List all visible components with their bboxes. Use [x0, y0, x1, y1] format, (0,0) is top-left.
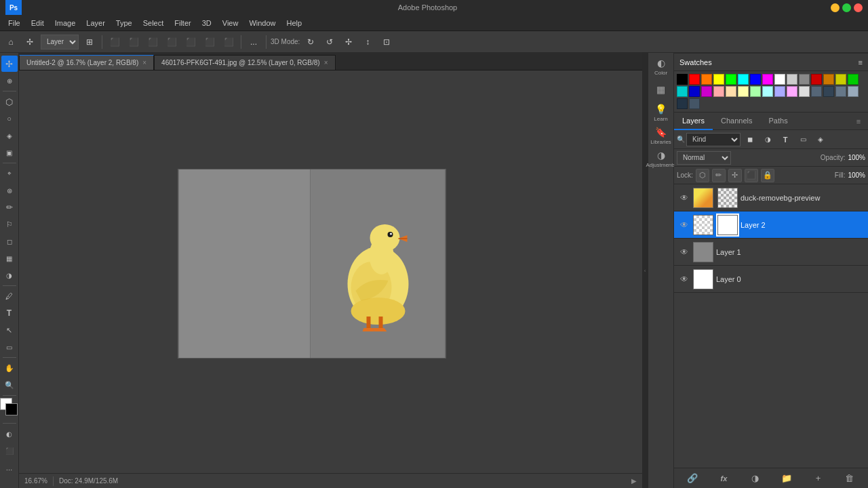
menu-type[interactable]: Type — [111, 18, 138, 28]
menu-layer[interactable]: Layer — [81, 18, 111, 28]
tab-paths[interactable]: Paths — [761, 113, 796, 130]
swatch-00ffff[interactable] — [738, 74, 749, 85]
quick-mask[interactable]: ◐ — [1, 426, 18, 442]
swatch-aaffff[interactable] — [762, 86, 773, 97]
swatch-ffaaff[interactable] — [787, 86, 797, 97]
new-group-btn[interactable]: 📁 — [779, 471, 794, 486]
layer-visibility-duck[interactable]: 👁 — [678, 192, 690, 204]
swatch-cccccc[interactable] — [787, 74, 797, 85]
swatch-0000ff[interactable] — [750, 74, 761, 85]
swatch-ffddaa[interactable] — [726, 86, 736, 97]
filter-adjustment[interactable]: ◑ — [760, 132, 776, 147]
new-adjustment-btn[interactable]: ◑ — [748, 471, 763, 486]
lock-transparency[interactable]: ⬡ — [696, 169, 709, 182]
artboard-tool[interactable]: ⊕ — [1, 73, 18, 89]
crop-tool[interactable]: ▣ — [1, 144, 18, 161]
layer-select[interactable]: Layer — [41, 35, 79, 49]
stamp-tool[interactable]: ⚐ — [1, 216, 18, 232]
window-controls[interactable]: − □ × — [831, 3, 863, 12]
tab-close-460176[interactable]: × — [324, 59, 328, 66]
home-button[interactable]: ⌂ — [3, 35, 19, 49]
swatch-aaffaa[interactable] — [750, 86, 761, 97]
swatch-cc0000[interactable] — [811, 74, 822, 85]
filter-pixel[interactable]: ◼ — [742, 132, 758, 147]
eraser-tool[interactable]: ◻ — [1, 233, 18, 249]
layer-visibility-2[interactable]: 👁 — [678, 219, 690, 231]
filter-smart[interactable]: ◈ — [812, 132, 829, 147]
brush-tool[interactable]: ✏ — [1, 199, 18, 216]
swatch-cccc00[interactable] — [835, 74, 846, 85]
swatch-ff7700[interactable] — [701, 74, 712, 85]
shape-tool[interactable]: ▭ — [1, 339, 18, 355]
status-arrow[interactable]: ▶ — [631, 477, 637, 485]
filter-type[interactable]: T — [777, 132, 793, 147]
layer-kind-filter[interactable]: Kind — [686, 133, 741, 146]
menu-edit[interactable]: Edit — [26, 18, 50, 28]
lock-all[interactable]: 🔒 — [761, 169, 774, 182]
swatch-dddddd[interactable] — [799, 86, 810, 97]
align-center-h[interactable]: ⬛ — [125, 35, 142, 49]
tab-channels[interactable]: Channels — [713, 113, 760, 130]
filter-shape[interactable]: ▭ — [795, 132, 811, 147]
text-tool[interactable]: T — [1, 305, 18, 321]
delete-layer-btn[interactable]: 🗑 — [842, 471, 857, 486]
pen-tool[interactable]: 🖊 — [1, 288, 18, 304]
swatch-ffffff[interactable] — [774, 74, 785, 85]
lasso-tool[interactable]: ○ — [1, 110, 18, 127]
fx-btn[interactable]: fx — [716, 471, 731, 486]
more-tools[interactable]: … — [1, 460, 18, 476]
menu-filter[interactable]: Filter — [169, 18, 196, 28]
gradient-tool[interactable]: ▦ — [1, 250, 18, 266]
opacity-value[interactable]: 100% — [848, 154, 865, 161]
swatch-334455[interactable] — [823, 86, 834, 97]
blend-mode-select[interactable]: Normal — [677, 151, 731, 165]
swatch-99aabb[interactable] — [848, 86, 859, 97]
align-left[interactable]: ⬛ — [106, 35, 123, 49]
screen-mode[interactable]: ⬛ — [1, 443, 18, 459]
right-collapse-handle[interactable]: ‹ — [642, 53, 648, 488]
menu-help[interactable]: Help — [281, 18, 308, 28]
adjustments-panel-btn[interactable]: ◑ Adjustments — [650, 148, 672, 169]
layer-row-0[interactable]: 👁 Layer 0 — [674, 266, 868, 293]
move-tool-options[interactable]: ✢ — [22, 35, 38, 49]
3d-pan[interactable]: ✢ — [340, 35, 357, 49]
3d-roll[interactable]: ↺ — [321, 35, 338, 49]
minimize-button[interactable]: − — [831, 3, 840, 12]
swatch-0000cc[interactable] — [689, 86, 700, 97]
tab-layers[interactable]: Layers — [674, 113, 713, 130]
libraries-panel-btn[interactable]: 🔖 Libraries — [650, 125, 672, 146]
swatches-panel-btn[interactable]: ▦ — [650, 79, 672, 100]
dodge-tool[interactable]: ◑ — [1, 267, 18, 283]
layer-visibility-1[interactable]: 👁 — [678, 246, 690, 258]
distribute-btn[interactable]: ⬛ — [220, 35, 237, 49]
layer-row-duck[interactable]: 👁 duck-removebg-preview — [674, 184, 868, 211]
hand-tool[interactable]: ✋ — [1, 360, 18, 376]
swatch-cc00cc[interactable] — [701, 86, 712, 97]
path-selection-tool[interactable]: ↖ — [1, 322, 18, 338]
menu-view[interactable]: View — [217, 18, 244, 28]
more-options[interactable]: ... — [245, 35, 262, 49]
swatch-ffaaaa[interactable] — [713, 86, 724, 97]
swatch-556677[interactable] — [811, 86, 822, 97]
3d-rotate[interactable]: ↻ — [302, 35, 319, 49]
close-button[interactable]: × — [854, 3, 863, 12]
align-bottom[interactable]: ⬛ — [201, 35, 218, 49]
menu-window[interactable]: Window — [243, 18, 281, 28]
swatch-ff0000[interactable] — [689, 74, 700, 85]
layer-row-2[interactable]: 👁 Layer 2 — [674, 211, 868, 239]
new-layer-btn[interactable]: + — [810, 471, 825, 486]
background-color[interactable] — [5, 403, 18, 415]
menu-3d[interactable]: 3D — [197, 18, 217, 28]
healing-tool[interactable]: ⊛ — [1, 182, 18, 199]
swatches-menu-btn[interactable]: ≡ — [859, 58, 863, 66]
3d-scale[interactable]: ⊡ — [378, 35, 395, 49]
lock-pixels[interactable]: ✏ — [712, 169, 726, 182]
swatch-ffff00[interactable] — [713, 74, 724, 85]
tab-untitled[interactable]: Untitled-2 @ 16.7% (Layer 2, RGB/8) × — [19, 55, 154, 70]
swatch-445566[interactable] — [689, 98, 700, 109]
move-tool[interactable]: ✢ — [1, 56, 18, 72]
swatch-888888[interactable] — [799, 74, 810, 85]
tab-close-untitled[interactable]: × — [142, 59, 146, 66]
zoom-tool[interactable]: 🔍 — [1, 377, 18, 393]
swatch-00ff00[interactable] — [726, 74, 736, 85]
